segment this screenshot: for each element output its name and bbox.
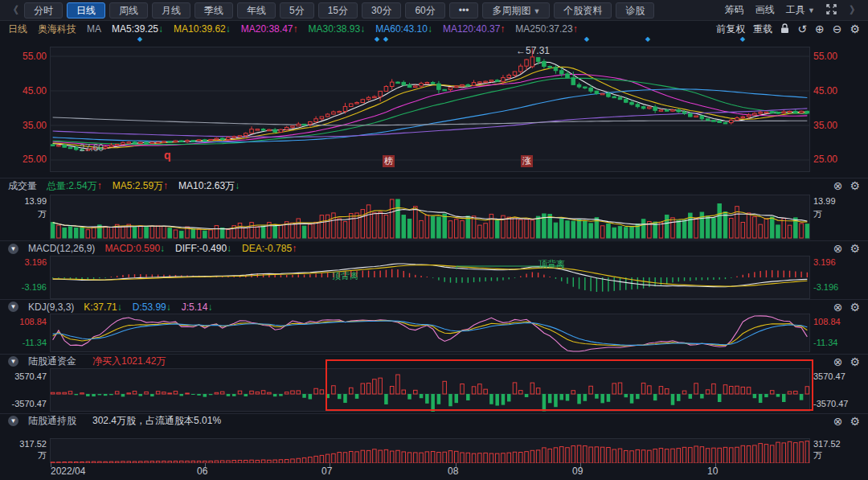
main-axis-left-label-0: 55.00: [0, 51, 47, 62]
arrow-down-icon: ↓: [226, 23, 231, 35]
kdj-ymax-left: 108.84: [0, 317, 47, 327]
tab-min15[interactable]: 15分: [318, 2, 358, 18]
bang-badge[interactable]: 榜: [383, 155, 395, 167]
kdj-value-2: J:5.14↓: [182, 302, 213, 313]
tab-quarterly[interactable]: 季线: [194, 2, 233, 18]
tab-stock-info[interactable]: 个股资料: [554, 2, 612, 18]
arrow-up-icon: ↑: [163, 180, 168, 191]
arrow-down-icon: ↓: [166, 302, 171, 313]
arrow-down-icon: ↓: [227, 243, 231, 254]
zhang-badge[interactable]: 涨: [521, 155, 533, 167]
ma-value-0: MA5:39.25↓: [112, 23, 163, 35]
volume-header: 成交量 总量:2.54万↑MA5:2.59万↑MA10:2.63万↓ ⊗ ⚙: [0, 178, 868, 193]
arrow-up-icon: ↑: [97, 180, 102, 191]
event-diamond-icon[interactable]: ◆: [137, 35, 142, 43]
event-diamond-icon[interactable]: ◆: [740, 35, 745, 43]
arrow-down-icon: ↓: [428, 23, 432, 35]
reload-button[interactable]: 重载: [753, 23, 772, 36]
collapse-right-icon[interactable]: 》: [848, 3, 862, 18]
draw-line-button[interactable]: 画线: [755, 3, 775, 17]
fund-canvas[interactable]: [50, 368, 810, 412]
chip-distribution-button[interactable]: 筹码: [725, 3, 744, 17]
tab-weekly[interactable]: 周线: [109, 2, 148, 18]
ma-value-4: MA60:43.10↓: [375, 23, 432, 35]
holding-title: 陆股通持股: [28, 414, 76, 428]
ma-value-2: MA20:38.47↑: [241, 23, 298, 35]
macd-canvas[interactable]: [50, 256, 810, 299]
kdj-ymax-right: 108.84: [813, 317, 866, 327]
tab-monthly[interactable]: 月线: [152, 2, 190, 18]
holding-collapse-icon[interactable]: ▼: [8, 416, 18, 426]
fund-ymin-left: -3570.47: [0, 399, 47, 409]
tools-menu-button[interactable]: 工具 ▼: [786, 3, 815, 17]
macd-close-icon[interactable]: ⊗: [833, 243, 843, 254]
macd-settings-icon[interactable]: ⚙: [850, 243, 860, 254]
fullscreen-icon[interactable]: [826, 4, 837, 17]
fund-ymax-right: 3570.47: [813, 371, 866, 382]
x-axis-label-5: 10: [707, 466, 718, 477]
settings-icon[interactable]: ⚙: [850, 23, 860, 35]
event-diamond-icon[interactable]: ◆: [383, 35, 388, 43]
adjust-mode-button[interactable]: 前复权: [716, 23, 745, 36]
tab-min5[interactable]: 5分: [280, 2, 314, 18]
main-axis-right-label-1: 45.00: [813, 86, 866, 96]
main-axis-left-label-2: 35.00: [0, 121, 47, 131]
holding-yunit-left: 万: [0, 450, 47, 461]
collapse-left-icon[interactable]: 《: [6, 3, 20, 18]
toolbar-right: 筹码 画线 工具 ▼ 》: [725, 3, 862, 18]
x-axis-label-4: 09: [572, 466, 583, 477]
fund-ymax-left: 3570.47: [0, 371, 47, 382]
main-axis-right-label-0: 55.00: [813, 51, 866, 62]
event-diamond-icon[interactable]: ◆: [375, 35, 379, 43]
arrow-down-icon: ↓: [207, 302, 212, 313]
arrow-up-icon: ↑: [573, 23, 578, 35]
tab-min60[interactable]: 60分: [405, 2, 444, 18]
tab-daily[interactable]: 日线: [67, 2, 105, 18]
volume-settings-icon[interactable]: ⚙: [850, 180, 860, 191]
fund-collapse-icon[interactable]: ▼: [8, 356, 18, 367]
tab-more[interactable]: •••: [449, 2, 479, 18]
info-bar: 日线 奥海科技 MA MA5:39.25↓MA10:39.62↓MA20:38.…: [0, 21, 868, 37]
fund-header: ▼ 陆股通资金 净买入1021.42万 ⊗ ⚙: [0, 354, 868, 368]
ma-value-5: MA120:40.37↑: [443, 23, 505, 35]
kdj-settings-icon[interactable]: ⚙: [850, 302, 860, 313]
volume-close-icon[interactable]: ⊗: [833, 180, 843, 191]
volume-yunit-left: 万: [0, 209, 47, 219]
tab-min30[interactable]: 30分: [362, 2, 401, 18]
volume-canvas[interactable]: [50, 195, 810, 240]
tab-yearly[interactable]: 年线: [237, 2, 276, 18]
fund-settings-icon[interactable]: ⚙: [850, 356, 860, 367]
volume-title: 成交量: [8, 179, 37, 193]
zoom-in-icon[interactable]: ⊕: [815, 23, 825, 35]
kdj-collapse-icon[interactable]: ▼: [8, 302, 18, 312]
x-axis-label-0: 2022/04: [51, 466, 85, 477]
tab-diagnose[interactable]: 诊股: [616, 2, 654, 18]
fund-close-icon[interactable]: ⊗: [833, 356, 843, 367]
arrow-up-icon: ↑: [500, 23, 505, 35]
chevron-down-icon: ▼: [533, 7, 540, 15]
kdj-canvas[interactable]: [50, 314, 810, 352]
holding-close-icon[interactable]: ⊗: [833, 416, 843, 427]
tab-multi-period[interactable]: 多周期图▼: [482, 2, 550, 18]
kdj-close-icon[interactable]: ⊗: [833, 302, 843, 313]
event-diamond-icon[interactable]: ◆: [584, 35, 589, 43]
macd-collapse-icon[interactable]: ▼: [8, 244, 18, 254]
event-diamond-icon[interactable]: ◆: [645, 35, 650, 43]
kdj-ymin-right: -11.34: [813, 338, 866, 348]
zoom-out-icon[interactable]: ⊖: [833, 23, 842, 35]
volume-yunit-right: 万: [813, 209, 866, 219]
holding-canvas[interactable]: [50, 438, 810, 463]
arrow-up-icon: ↑: [293, 23, 297, 35]
toolbar-tabs: 分时日线周线月线季线年线5分15分30分60分•••多周期图▼个股资料诊股: [24, 2, 654, 18]
stock-chart-app: 《 分时日线周线月线季线年线5分15分30分60分•••多周期图▼个股资料诊股 …: [0, 0, 868, 480]
holding-ymax-right: 317.52: [813, 439, 866, 449]
stock-name: 奥海科技: [38, 23, 76, 36]
undo-icon[interactable]: ↺: [797, 23, 807, 35]
volume-value-2: MA10:2.63万↓: [178, 179, 240, 193]
holding-settings-icon[interactable]: ⚙: [850, 416, 860, 427]
kdj-value-0: K:37.71↓: [84, 302, 121, 313]
lock-icon[interactable]: [780, 23, 789, 35]
arrow-down-icon: ↓: [158, 23, 163, 35]
tab-fenshi[interactable]: 分时: [24, 2, 63, 18]
volume-ymax-right: 13.99: [813, 196, 866, 207]
